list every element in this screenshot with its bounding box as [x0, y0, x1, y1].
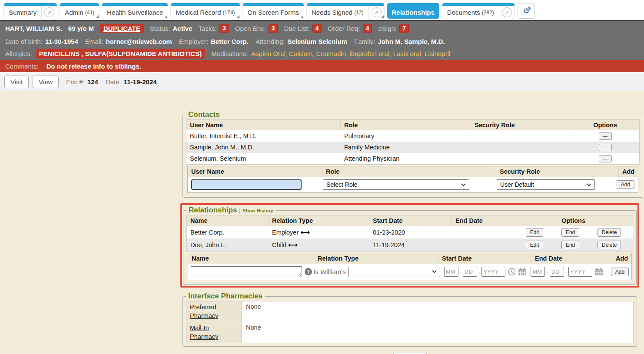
tab-label: Summary — [4, 9, 41, 16]
mail-in-pharmacy-link[interactable]: Mail-In Pharmacy — [190, 324, 218, 340]
col-add: Add — [612, 253, 631, 264]
add-relationship-button[interactable]: Add — [611, 268, 629, 276]
popout-icon: ↗ — [44, 7, 54, 17]
col-end-date: End Date — [531, 253, 612, 264]
contact-row: Selenium, Selenium Attending Physician — — [186, 153, 639, 164]
view-button[interactable]: View — [33, 76, 59, 88]
start-year-input[interactable] — [481, 267, 505, 277]
start-day-input[interactable] — [463, 267, 477, 277]
tab-medical-record[interactable]: Medical Record (174) — [171, 3, 239, 19]
end-relationship-button[interactable]: End — [561, 228, 579, 237]
relationships-table: Name Relation Type Start Date End Date O… — [186, 215, 633, 251]
tasks-label: Tasks: — [198, 25, 217, 32]
gear-small-icon: ⚙ — [528, 6, 531, 11]
preferred-pharmacy-value: None — [242, 301, 633, 322]
edit-relationship-button[interactable]: Edit — [526, 228, 544, 237]
end-month-input[interactable] — [531, 267, 545, 277]
medication-item: Coumadin — [316, 50, 350, 57]
col-relation-type: Relation Type — [269, 215, 369, 226]
edit-relationship-button[interactable]: Edit — [526, 241, 544, 249]
tab-label: Documents — [442, 9, 485, 16]
settings-button[interactable]: ⚙ ⚙ — [518, 3, 535, 19]
clock-icon[interactable] — [508, 268, 516, 276]
medication-item: ibuprofen oral — [349, 50, 393, 57]
due-list-count-badge[interactable]: 4 — [312, 24, 322, 33]
start-month-input[interactable] — [444, 267, 458, 277]
delete-relationship-button[interactable]: Delete — [598, 228, 621, 237]
calendar-icon[interactable] — [518, 268, 527, 276]
add-contact-button[interactable]: Add — [617, 180, 634, 189]
col-options: Options — [571, 120, 639, 130]
contacts-header-row: User Name Role Security Role Options — [186, 120, 639, 130]
calendar-icon[interactable] — [594, 268, 603, 276]
patient-age-sex: 69 y/o M — [68, 25, 94, 32]
medications-label: Medications: — [211, 50, 248, 57]
remove-contact-button[interactable]: — — [599, 155, 612, 162]
tab-admin[interactable]: Admin (41) — [60, 3, 99, 19]
tab-label: Admin — [60, 9, 88, 16]
remove-contact-button[interactable]: — — [599, 144, 612, 151]
tab-summary[interactable]: Summary ↗ — [4, 3, 57, 19]
pharmacy-row: Preferred Pharmacy None — [186, 301, 633, 322]
status-label: Status: — [150, 25, 170, 32]
family-value: John M. Sample, M.D. — [378, 38, 445, 45]
tab-count: (41) — [85, 10, 99, 16]
relation-type-select[interactable] — [348, 267, 440, 277]
popout-button[interactable]: ↗ — [499, 6, 515, 19]
add-relationship-box: Name Relation Type Start Date End Date A… — [188, 253, 632, 280]
order-req-count-badge[interactable]: 4 — [363, 24, 372, 33]
add-relationship-row: ? is William's - - — [188, 264, 631, 280]
show-history-link[interactable]: Show History — [242, 208, 273, 213]
relationships-section: Relationships | Show History Name Relati… — [183, 206, 637, 285]
remove-contact-button[interactable]: — — [599, 132, 612, 140]
selected-role: Select Role — [326, 181, 358, 188]
end-relationship-button[interactable]: End — [561, 241, 579, 249]
col-security-role: Security Role — [471, 120, 571, 130]
end-day-input[interactable] — [550, 267, 564, 277]
open-enc-count-badge[interactable]: 3 — [269, 24, 278, 33]
relationship-start-date: 01-23-2020 — [369, 227, 452, 238]
preferred-pharmacy-link[interactable]: Preferred Pharmacy — [190, 304, 218, 319]
add-contact-box: User Name Role Security Role Add Select … — [187, 166, 638, 193]
dob-value: 11-30-1954 — [45, 38, 78, 45]
relation-type-text: Employer — [272, 229, 299, 236]
enc-number-label: Enc #: — [66, 78, 85, 86]
dropdown-fold-icon — [381, 15, 384, 18]
delete-relationship-button[interactable]: Delete — [598, 241, 621, 249]
col-end-date: End Date — [452, 215, 514, 226]
end-year-input[interactable] — [568, 267, 592, 277]
tasks-count-badge[interactable]: 3 — [219, 24, 229, 33]
tab-health-surveillance[interactable]: Health Surveillance — [102, 3, 168, 19]
help-icon[interactable]: ? — [305, 268, 312, 275]
allergies-badge: PENICILLINS , SULFA(SULFONAMIDE ANTIBIOT… — [36, 49, 205, 59]
dropdown-fold-icon — [236, 15, 239, 18]
pharmacies-legend: Interface Pharmacies — [186, 292, 265, 301]
relationships-header-row: Name Relation Type Start Date End Date O… — [187, 215, 633, 226]
dob-label: Date of birth: — [5, 38, 43, 45]
popout-icon: ↗ — [372, 7, 382, 17]
relationship-name: Doe, John L. — [187, 240, 269, 250]
dropdown-fold-icon — [164, 15, 167, 18]
relationships-highlight-border: Relationships | Show History Name Relati… — [180, 203, 639, 288]
duplicate-badge[interactable]: DUPLICATE — [100, 24, 144, 33]
popout-button[interactable]: ↗ — [41, 6, 57, 19]
add-relationship-header-row: Name Relation Type Start Date End Date A… — [188, 253, 631, 264]
contact-row: Sample, John M., M.D. Family Medicine — — [186, 142, 639, 153]
medication-item: Calcium — [289, 50, 316, 57]
esign-count-badge[interactable]: 7 — [399, 24, 409, 33]
relationship-name-input[interactable] — [191, 266, 302, 277]
visit-button[interactable]: Visit — [4, 76, 29, 88]
contact-role-select[interactable]: Select Role — [323, 179, 469, 190]
relationship-start-date: 11-19-2024 — [369, 240, 452, 250]
col-security-role: Security Role — [496, 166, 619, 177]
patient-header-row-3: Allergies: PENICILLINS , SULFA(SULFONAMI… — [0, 47, 644, 60]
col-start-date: Start Date — [438, 253, 531, 264]
tab-on-screen-forms[interactable]: On Screen Forms — [243, 3, 304, 19]
contact-user-name-input[interactable] — [191, 179, 302, 190]
tab-needs-signed[interactable]: Needs Signed (12) ↗ — [307, 3, 384, 19]
allergies-label: Allergies: — [5, 50, 32, 57]
pharmacies-section: Interface Pharmacies Preferred Pharmacy … — [183, 292, 637, 347]
tab-relationships[interactable]: Relationships — [387, 3, 439, 19]
tab-documents[interactable]: Documents (282) ↗ — [442, 3, 515, 19]
contact-security-role-select[interactable]: User Default — [497, 179, 595, 190]
